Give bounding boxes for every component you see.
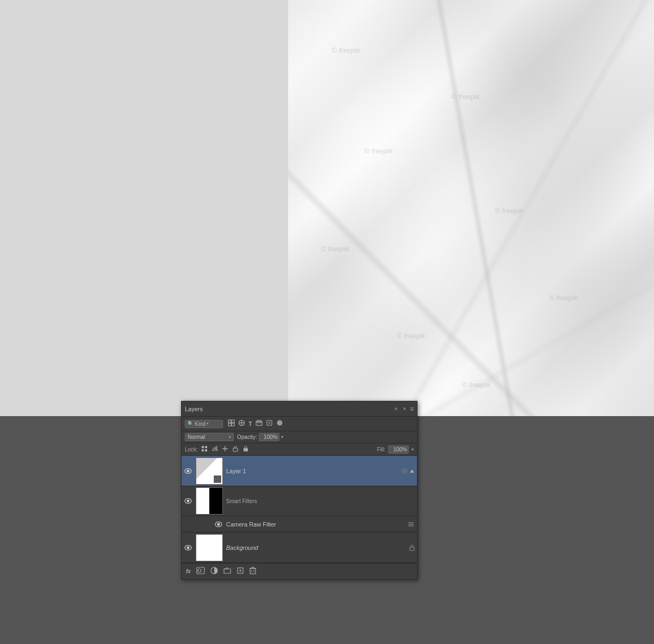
lock-image-button[interactable] bbox=[211, 445, 219, 454]
svg-point-8 bbox=[277, 420, 282, 426]
background-lock-icon bbox=[409, 544, 415, 551]
layer1-right-icons bbox=[401, 468, 415, 474]
svg-rect-2 bbox=[228, 423, 231, 426]
filter-shape-icon[interactable] bbox=[255, 419, 263, 429]
svg-point-28 bbox=[217, 523, 220, 525]
opacity-arrow[interactable]: ▾ bbox=[281, 435, 283, 439]
background-thumbnail bbox=[196, 534, 223, 561]
svg-point-19 bbox=[187, 469, 190, 472]
fx-button[interactable]: fx bbox=[185, 567, 192, 575]
svg-rect-0 bbox=[228, 420, 231, 423]
svg-rect-9 bbox=[202, 446, 204, 448]
new-layer-button[interactable] bbox=[235, 566, 245, 577]
panel-bottom: fx bbox=[182, 563, 417, 579]
layer1-link-icon bbox=[401, 468, 408, 474]
watermark-2: © freepik bbox=[364, 147, 393, 155]
camera-raw-filter-row[interactable]: Camera Raw Filter bbox=[182, 516, 417, 532]
delete-layer-button[interactable] bbox=[248, 566, 257, 577]
svg-point-36 bbox=[187, 546, 190, 549]
layer1-expand-icon[interactable] bbox=[409, 469, 415, 473]
fill-arrow[interactable]: ▾ bbox=[412, 447, 414, 452]
svg-point-39 bbox=[198, 569, 201, 572]
layer1-visibility-icon[interactable] bbox=[184, 468, 192, 474]
smart-filters-visibility-icon[interactable] bbox=[184, 498, 192, 504]
panel-close-button[interactable]: × bbox=[401, 405, 408, 412]
search-icon: 🔍 bbox=[188, 421, 194, 426]
svg-rect-44 bbox=[250, 568, 256, 574]
filter-pixel-icon[interactable] bbox=[227, 419, 235, 429]
lock-pixels-button[interactable] bbox=[201, 445, 208, 454]
watermark-3: © freepik bbox=[321, 245, 349, 253]
lock-artboard-button[interactable] bbox=[232, 445, 239, 454]
svg-rect-11 bbox=[202, 449, 204, 451]
layer1-name: Layer 1 bbox=[226, 468, 401, 474]
lock-row: Lock: Fill: 100% ▾ bbox=[182, 443, 417, 456]
filter-adjustment-icon[interactable] bbox=[238, 419, 246, 429]
svg-point-26 bbox=[187, 500, 190, 503]
panel-bottom-icons: fx bbox=[185, 566, 257, 577]
watermark-5: © freepik bbox=[451, 92, 479, 101]
layer-row-layer1[interactable]: Layer 1 bbox=[182, 456, 417, 486]
panel-titlebar-left: Layers bbox=[185, 406, 203, 412]
canvas-left bbox=[0, 0, 288, 416]
blend-mode-value: Normal bbox=[188, 434, 205, 440]
smart-filters-header-row[interactable]: Smart Filters bbox=[182, 486, 417, 516]
opacity-control: Opacity: 100% ▾ bbox=[237, 433, 283, 441]
new-group-button[interactable] bbox=[222, 566, 232, 577]
layer-row-background[interactable]: Background bbox=[182, 532, 417, 563]
svg-rect-10 bbox=[205, 446, 207, 448]
opacity-value[interactable]: 100% bbox=[259, 433, 279, 441]
camera-raw-visibility-icon[interactable] bbox=[214, 522, 223, 527]
svg-point-13 bbox=[215, 447, 217, 448]
lock-all-button[interactable] bbox=[242, 445, 250, 454]
camera-raw-filter-options-icon[interactable] bbox=[407, 522, 415, 527]
new-adjustment-button[interactable] bbox=[209, 566, 219, 577]
watermark-4: © freepik bbox=[397, 332, 425, 340]
svg-rect-12 bbox=[205, 449, 207, 451]
filter-text-icon[interactable]: T bbox=[248, 420, 253, 428]
opacity-label: Opacity: bbox=[237, 434, 257, 440]
camera-raw-filter-right-icon bbox=[407, 522, 415, 527]
svg-rect-1 bbox=[232, 420, 234, 423]
fill-value[interactable]: 100% bbox=[388, 445, 409, 454]
smart-filters-label: Smart Filters bbox=[226, 498, 415, 504]
background-lock-badge bbox=[409, 544, 415, 551]
blend-mode-dropdown[interactable]: Normal ▾ bbox=[185, 433, 234, 441]
smart-filters-thumbnail bbox=[196, 487, 223, 515]
blend-mode-arrow: ▾ bbox=[229, 435, 231, 439]
svg-rect-17 bbox=[244, 448, 248, 451]
kind-label: Kind bbox=[195, 421, 205, 427]
lock-position-button[interactable] bbox=[221, 445, 229, 454]
fill-label: Fill: bbox=[377, 447, 385, 453]
watermark-8: © freepik bbox=[462, 381, 490, 389]
filter-color-icon[interactable] bbox=[276, 419, 284, 429]
watermark-1: © freepik bbox=[332, 46, 360, 54]
camera-raw-filter-label: Camera Raw Filter bbox=[226, 521, 407, 528]
kind-dropdown[interactable]: 🔍 Kind ▾ bbox=[185, 420, 223, 428]
background-name: Background bbox=[226, 544, 409, 551]
canvas-area: © freepik © freepik © freepik © freepik … bbox=[0, 0, 654, 416]
kind-dropdown-arrow: ▾ bbox=[207, 422, 209, 426]
watermark-6: © freepik bbox=[495, 207, 523, 215]
svg-rect-3 bbox=[232, 423, 234, 426]
panel-menu-icon[interactable]: ≡ bbox=[410, 405, 414, 413]
filter-row: 🔍 Kind ▾ T bbox=[182, 417, 417, 431]
add-mask-button[interactable] bbox=[195, 566, 206, 577]
watermark-7: © freepik bbox=[549, 294, 577, 302]
panel-title: Layers bbox=[185, 406, 203, 412]
filter-smart-icon[interactable] bbox=[265, 419, 273, 429]
blend-mode-row: Normal ▾ Opacity: 100% ▾ bbox=[182, 431, 417, 443]
svg-point-24 bbox=[404, 470, 406, 472]
canvas-right: © freepik © freepik © freepik © freepik … bbox=[288, 0, 654, 416]
panel-collapse-button[interactable]: « bbox=[393, 405, 400, 412]
panel-titlebar-right: « × ≡ bbox=[393, 405, 414, 413]
svg-rect-37 bbox=[410, 547, 414, 550]
filter-type-icons: T bbox=[227, 419, 284, 429]
layer1-thumbnail bbox=[196, 457, 223, 485]
panel-titlebar: Layers « × ≡ bbox=[182, 401, 417, 417]
lock-label: Lock: bbox=[185, 447, 198, 453]
layers-panel: Layers « × ≡ 🔍 Kind ▾ T bbox=[181, 401, 418, 580]
background-visibility-icon[interactable] bbox=[184, 545, 192, 550]
svg-rect-16 bbox=[233, 448, 238, 451]
